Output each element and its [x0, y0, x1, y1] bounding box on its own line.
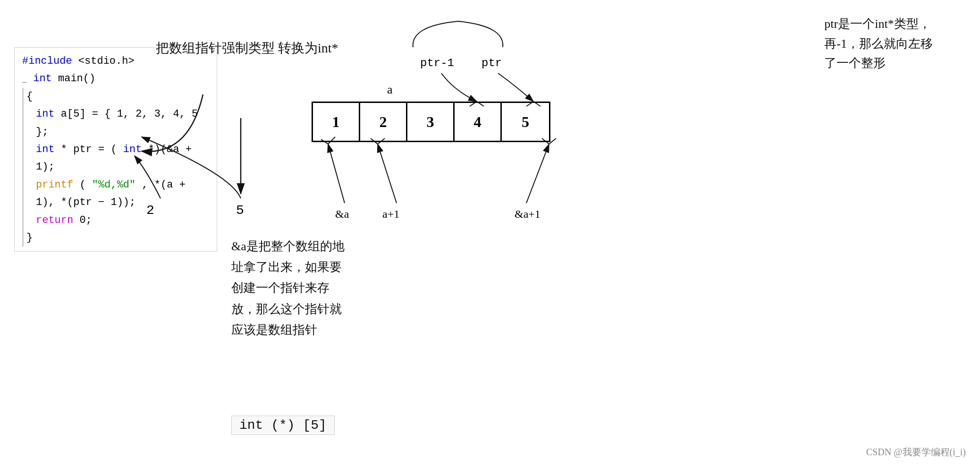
- svg-line-6: [526, 144, 549, 203]
- label-ptr: ptr: [482, 57, 502, 69]
- label-addr-a1: &a+1: [515, 208, 541, 221]
- array-label-a: a: [387, 83, 393, 97]
- result-5: 5: [236, 203, 244, 218]
- label-ptr-minus1: ptr-1: [420, 57, 454, 69]
- code-panel: #include <stdio.h> ⎯ int main() { int a[…: [14, 47, 217, 252]
- array-cell-3: 3: [407, 103, 455, 141]
- svg-line-0: [328, 144, 345, 203]
- code-block: { int a[5] = { 1, 2, 3, 4, 5 }; int * pt…: [22, 88, 209, 247]
- code-line-return: return 0;: [26, 212, 209, 229]
- int-type-label: int (*) [5]: [231, 416, 335, 435]
- array-cell-1: 1: [313, 103, 360, 141]
- watermark: CSDN @我要学编程(i_i): [866, 446, 966, 459]
- code-line-brace-close: }: [26, 229, 209, 247]
- array-cell-4: 4: [455, 103, 502, 141]
- array-diagram: a 1 2 3 4 5: [312, 102, 550, 142]
- info-text: &a是把整个数组的地址拿了出来，如果要创建一个指针来存放，那么这个指针就应该是数…: [231, 236, 345, 340]
- svg-line-3: [378, 144, 397, 203]
- label-addr-a: &a: [335, 208, 349, 221]
- code-line-array-decl: int a[5] = { 1, 2, 3, 4, 5 };: [26, 105, 209, 141]
- array-cell-5: 5: [502, 103, 549, 141]
- code-line-ptr-decl: int * ptr = ( int *)(&a + 1);: [26, 141, 209, 176]
- ptr-annotation: ptr是一个int*类型，再-1，那么就向左移了一个整形: [824, 14, 933, 73]
- label-a1: a+1: [382, 208, 399, 221]
- array-box: 1 2 3 4 5: [312, 102, 550, 142]
- code-line-printf: printf ( "%d,%d" , *(a + 1), *(ptr − 1))…: [26, 176, 209, 212]
- code-line-brace-open: {: [26, 88, 209, 105]
- array-cell-2: 2: [360, 103, 407, 141]
- code-line-main: ⎯ int main(): [22, 70, 209, 87]
- result-2: 2: [146, 203, 154, 218]
- top-annotation: 把数组指针强制类型 转换为int*: [156, 38, 338, 59]
